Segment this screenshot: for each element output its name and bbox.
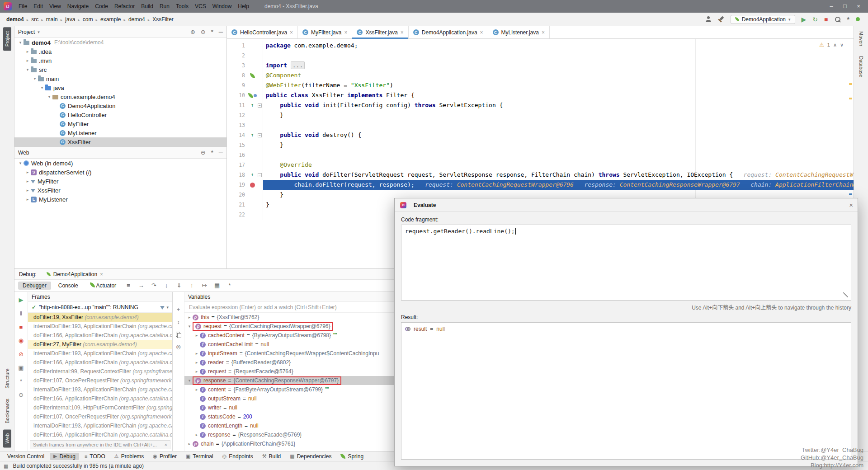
settings-gear-icon[interactable]: * — [211, 28, 213, 35]
debug-restart-icon[interactable]: ↻ — [812, 16, 818, 23]
copy-value-icon[interactable] — [176, 332, 181, 337]
project-item-xssfilter[interactable]: CXssFilter — [14, 137, 226, 146]
breadcrumb-item-com-4[interactable]: com — [82, 16, 94, 23]
pause-icon[interactable]: ‖ — [20, 310, 22, 317]
mute-breakpoints-icon[interactable]: ⊘ — [19, 351, 24, 357]
chevron-icon[interactable]: ▸ — [24, 49, 31, 54]
breakpoint-icon[interactable] — [250, 183, 255, 188]
project-item-src[interactable]: ▾src — [14, 65, 226, 74]
menu-code[interactable]: Code — [92, 3, 111, 9]
toolbar-button-profiler[interactable]: ◉Profiler — [149, 453, 180, 460]
close-icon[interactable]: × — [852, 0, 865, 13]
chevron-icon[interactable]: ▸ — [24, 170, 31, 174]
close-icon[interactable]: × — [849, 201, 853, 209]
frame-row-2[interactable]: doFilter:166, ApplicationFilterChain (or… — [28, 331, 172, 340]
filter-icon[interactable] — [160, 306, 165, 310]
toolbar-button-dependencies[interactable]: ▦Dependencies — [286, 453, 335, 460]
chevron-icon[interactable]: ▸ — [193, 432, 200, 437]
stripe-mark-1[interactable] — [849, 98, 852, 99]
chevron-icon[interactable]: ▸ — [193, 369, 200, 374]
chevron-down-icon[interactable]: ▾ — [166, 305, 169, 310]
tool-strip-maven[interactable]: Maven — [857, 27, 865, 50]
tool-strip-bookmarks[interactable]: Bookmarks — [3, 395, 11, 428]
chevron-icon[interactable]: ▸ — [24, 179, 31, 183]
show-execution-point-icon[interactable]: → — [136, 282, 146, 289]
chevron-icon[interactable]: ▸ — [186, 315, 193, 320]
close-icon[interactable]: × — [401, 29, 404, 36]
close-icon[interactable]: × — [100, 271, 103, 277]
chevron-icon[interactable]: ▸ — [193, 333, 200, 338]
close-icon[interactable]: × — [290, 29, 293, 36]
chevron-icon[interactable]: ▾ — [24, 67, 31, 72]
implement-method-icon[interactable]: ↑ — [251, 100, 254, 110]
close-icon[interactable]: × — [480, 29, 483, 36]
chevron-icon[interactable]: ▾ — [32, 76, 38, 81]
frame-row-3[interactable]: doFilter:27, MyFilter (com.example.demo4… — [28, 340, 172, 349]
step-over-icon[interactable]: ↷ — [149, 282, 159, 289]
menu-tools[interactable]: Tools — [173, 3, 192, 9]
tab-myfilter-java[interactable]: CMyFilter.java× — [298, 26, 352, 38]
frame-row-6[interactable]: doFilterInternal:99, RequestContextFilte… — [28, 367, 172, 376]
web-item-mylistener[interactable]: ▸LMyListener — [14, 195, 226, 204]
toolbar-button-build[interactable]: ⚒Build — [259, 453, 285, 460]
web-item-dispatcherservlet[interactable]: ▸SdispatcherServlet (/) — [14, 168, 226, 177]
stop-icon[interactable]: ■ — [19, 324, 23, 330]
expand-icon[interactable] — [843, 292, 848, 297]
web-item-xssfilter[interactable]: ▸XssFilter — [14, 186, 226, 195]
chevron-down-icon[interactable]: ▾ — [38, 30, 40, 34]
frame-row-0[interactable]: doFilter:19, XssFilter (com.example.demo… — [28, 313, 172, 322]
tab-demo4application-java[interactable]: CDemo4Application.java× — [409, 26, 488, 38]
tool-strip-project[interactable]: Project — [3, 27, 11, 51]
view-breakpoints-icon[interactable]: ◉ — [19, 337, 24, 344]
frame-row-1[interactable]: internalDoFilter:193, ApplicationFilterC… — [28, 322, 172, 331]
chevron-icon[interactable]: ▾ — [39, 85, 45, 90]
resume-icon[interactable]: ▶ — [19, 296, 24, 303]
toolbar-button-spring[interactable]: Spring — [337, 453, 367, 460]
fold-icon[interactable]: − — [258, 173, 262, 177]
menu-view[interactable]: View — [46, 3, 64, 9]
step-into-icon[interactable]: ↓ — [161, 282, 171, 289]
chevron-icon[interactable]: ▸ — [186, 442, 193, 446]
close-icon[interactable]: × — [542, 29, 545, 36]
prev-warning-icon[interactable]: ∧ — [833, 42, 837, 48]
chevron-icon[interactable]: ▾ — [186, 378, 193, 383]
toolbar-button-endpoints[interactable]: ◎Endpoints — [219, 453, 257, 460]
move-watch-icon[interactable]: ↕ — [177, 319, 180, 325]
thread-selector[interactable]: ✓ "http-nio-8088-ex...up "main"": RUNNIN… — [28, 302, 172, 313]
hide-panel-icon[interactable]: ─ — [219, 149, 223, 156]
settings-gear-icon[interactable]: * — [847, 16, 849, 23]
project-item-idea[interactable]: ▸.idea — [14, 47, 226, 56]
breadcrumb-item-main-2[interactable]: main — [45, 16, 59, 23]
chevron-icon[interactable]: ▸ — [24, 188, 31, 193]
frame-row-10[interactable]: doFilterInternal:109, HttpPutFormContent… — [28, 403, 172, 412]
chevron-icon[interactable]: ▾ — [186, 324, 193, 329]
run-icon[interactable]: ▶ — [802, 16, 807, 23]
frame-row-11[interactable]: doFilter:107, OncePerRequestFilter (org.… — [28, 412, 172, 421]
tool-strip-database[interactable]: Database — [857, 52, 865, 81]
fold-marker[interactable]: − — [257, 170, 263, 180]
breadcrumb-item-demo4-6[interactable]: demo4 — [127, 16, 146, 23]
menu-edit[interactable]: Edit — [30, 3, 46, 9]
debug-tab-console[interactable]: Console — [54, 282, 83, 290]
menu-vcs[interactable]: VCS — [192, 3, 209, 9]
frame-row-4[interactable]: internalDoFilter:193, ApplicationFilterC… — [28, 349, 172, 358]
settings-icon[interactable]: * — [225, 282, 235, 289]
result-row[interactable]: result = null — [405, 324, 847, 334]
menu-navigate[interactable]: Navigate — [64, 3, 92, 9]
toolbar-button-todo[interactable]: ≡TODO — [81, 453, 109, 460]
fold-marker[interactable]: − — [257, 100, 263, 110]
build-hammer-icon[interactable] — [718, 16, 724, 23]
stripe-mark-0[interactable] — [849, 83, 852, 85]
fold-icon[interactable]: − — [258, 103, 262, 108]
force-step-into-icon[interactable]: ⇓ — [174, 282, 184, 289]
user-icon[interactable] — [705, 16, 712, 22]
debug-session-tab[interactable]: Demo4Application × — [43, 271, 107, 277]
tab-xssfilter-java[interactable]: CXssFilter.java× — [352, 26, 408, 38]
step-out-icon[interactable]: ↑ — [187, 282, 197, 289]
breadcrumb-item-java-3[interactable]: java — [64, 16, 76, 23]
menu-refactor[interactable]: Refactor — [111, 3, 138, 9]
tab-mylistener-java[interactable]: CMyListener.java× — [488, 26, 550, 38]
web-item-web-in-demo4[interactable]: ▾Web (in demo4) — [14, 159, 226, 168]
inspect-icon[interactable]: ◎ — [176, 343, 180, 350]
project-item-mvn[interactable]: ▸.mvn — [14, 56, 226, 65]
